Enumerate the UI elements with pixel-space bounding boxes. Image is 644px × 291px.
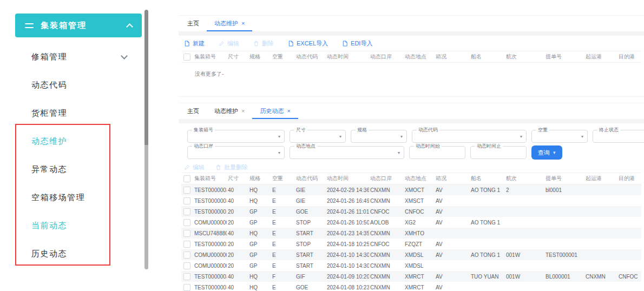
table-row[interactable]: MSCU7488803 40 HQ E START 2024-01-23 14:… xyxy=(181,228,641,239)
cell-dynamic-port: CNXMN xyxy=(369,249,404,260)
filter-label: 动态地点 xyxy=(294,143,317,149)
toolbar-bottom: 编辑 批量删除 xyxy=(179,162,644,173)
cell-dynamic-place: XMDSL xyxy=(404,260,435,271)
table-row[interactable]: TEST0000003 40 HQ E GIE 2024-02-29 14:36… xyxy=(181,184,641,196)
cell-box-condition: AV xyxy=(435,206,470,217)
dynamic-place-select[interactable]: 动态地点 ▾ xyxy=(290,146,404,159)
table-row[interactable]: TEST0000003 40 HQ E GIE 2024-01-26 16:49… xyxy=(181,195,641,206)
column-header: 航次 xyxy=(505,173,544,184)
sidebar-item-empty-box-transfer[interactable]: 空箱移场管理 xyxy=(15,183,142,211)
tab-home[interactable]: 主页 xyxy=(186,16,207,31)
cell-dynamic-port: CNXMN xyxy=(369,228,404,239)
dynamic-port-select[interactable]: 动态口岸 ▾ xyxy=(187,146,285,159)
table-row[interactable]: TEST0000002 20 GP E STOP 2024-01-18 10:2… xyxy=(181,239,641,249)
filter-form: 集装箱号 ▾ 尺寸 ▾ 规格 ▾ 动态代码 ▾ xyxy=(179,123,644,160)
row-checkbox[interactable] xyxy=(183,241,190,248)
empty-full-select[interactable]: 空重 ▾ xyxy=(531,130,588,143)
delete-button[interactable]: 删除 xyxy=(253,39,274,48)
batch-delete-button[interactable]: 批量删除 xyxy=(215,163,248,171)
row-checkbox[interactable] xyxy=(183,219,190,226)
dynamic-maintenance-table: 集装箱号 尺寸 规格 空重 动态代码 动态时间 动态口岸 动态地点 箱况 船名 … xyxy=(181,51,641,63)
query-button[interactable]: 查询 ▾ xyxy=(531,146,562,160)
table-row[interactable]: TEST0000001 20 GP E GOE 2024-01-26 11:01… xyxy=(181,206,641,217)
edi-import-button[interactable]: EDI导入 xyxy=(342,39,372,48)
sidebar-scrollbar[interactable] xyxy=(144,10,148,269)
select-all-checkbox[interactable] xyxy=(183,54,190,61)
cell-dynamic-port: CNXMN xyxy=(369,195,404,206)
close-icon[interactable]: × xyxy=(287,108,290,114)
sidebar-item-current-dynamics[interactable]: 当前动态 xyxy=(15,211,142,240)
edit-button[interactable]: 编辑 xyxy=(219,39,239,48)
cell-destination-port xyxy=(617,217,641,228)
table-row[interactable]: COMU0000003 20 GP E START 2024-01-10 14:… xyxy=(181,260,641,271)
tab-dynamic-maintenance[interactable]: 动态维护 × xyxy=(207,16,252,31)
close-icon[interactable]: × xyxy=(241,21,245,27)
cell-dynamic-code: GIE xyxy=(295,184,326,196)
column-header: 尺寸 xyxy=(227,51,248,63)
row-checkbox[interactable] xyxy=(183,197,190,204)
cell-origin-port xyxy=(584,228,617,239)
row-checkbox[interactable] xyxy=(183,262,190,269)
sidebar-item-abnormal-dynamics[interactable]: 异常动态 xyxy=(15,155,142,183)
cell-container-no: TEST0000003 xyxy=(193,195,227,206)
close-icon[interactable]: × xyxy=(241,108,245,114)
container-no-select[interactable]: 集装箱号 ▾ xyxy=(187,130,285,143)
table-row[interactable]: COMU0000003 20 GP E START 2024-01-10 14:… xyxy=(181,249,641,260)
cell-size: 40 xyxy=(227,184,248,196)
row-checkbox[interactable] xyxy=(183,273,190,280)
dynamic-code-select[interactable]: 动态代码 ▾ xyxy=(412,130,527,143)
end-status-select[interactable]: 终止状态 xyxy=(593,130,644,143)
table-row[interactable]: TEST0000003 40 HQ F GIF 2024-01-09 10:20… xyxy=(181,271,641,282)
cell-box-condition: AV xyxy=(435,195,470,206)
sidebar-item-history-dynamics[interactable]: 历史动态 xyxy=(15,240,142,268)
sidebar-item-dynamic-maintenance[interactable]: 动态维护 xyxy=(15,127,142,155)
row-checkbox[interactable] xyxy=(183,252,190,259)
new-button[interactable]: 新建 xyxy=(184,39,205,48)
edit-button[interactable]: 编辑 xyxy=(184,163,205,171)
document-icon xyxy=(288,41,294,47)
column-header: 空重 xyxy=(271,173,295,184)
column-header: 目的港 xyxy=(617,173,641,184)
sidebar-item-repair-management[interactable]: 修箱管理 xyxy=(15,43,142,71)
sidebar-header-container-management[interactable]: 集装箱管理 xyxy=(15,14,142,37)
cell-spec: GP xyxy=(248,239,271,249)
table-header-row: 集装箱号 尺寸 规格 空重 动态代码 动态时间 动态口岸 动态地点 箱况 船名 … xyxy=(181,51,641,63)
dynamic-time-from-input[interactable]: 动态时间始 xyxy=(409,146,465,159)
tab-home[interactable]: 主页 xyxy=(186,103,207,119)
dynamic-time-to-input[interactable]: 动态时间止 xyxy=(470,146,527,159)
cell-ship-name xyxy=(470,206,505,217)
cell-size: 20 xyxy=(227,249,248,260)
sidebar-item-dynamic-code[interactable]: 动态代码 xyxy=(15,71,142,99)
column-header: 动态时间 xyxy=(326,51,369,63)
sidebar-item-label: 动态维护 xyxy=(31,136,67,147)
cell-dynamic-time: 2024-02-29 14:36 xyxy=(326,184,369,196)
cell-ship-name: TUO YUAN xyxy=(470,271,505,282)
excel-import-button[interactable]: EXCEL导入 xyxy=(288,39,328,48)
row-checkbox[interactable] xyxy=(183,284,190,291)
tab-dynamic-maintenance[interactable]: 动态维护 × xyxy=(207,103,252,119)
cell-dynamic-time: 2024-01-26 11:01 xyxy=(326,206,369,217)
spec-select[interactable]: 规格 ▾ xyxy=(351,130,407,143)
column-header: 动态代码 xyxy=(295,51,326,63)
row-checkbox[interactable] xyxy=(183,187,190,194)
size-select[interactable]: 尺寸 ▾ xyxy=(290,130,346,143)
row-checkbox[interactable] xyxy=(183,208,190,215)
select-all-checkbox[interactable] xyxy=(183,175,190,182)
table-row[interactable]: COMU0000003 20 GP E STOP 2024-01-26 10:5… xyxy=(181,217,641,228)
row-checkbox[interactable] xyxy=(183,230,190,237)
table-row[interactable]: TEST0000003 40 HQ E GOE 2024-01-08 10:23… xyxy=(181,282,641,291)
sidebar-menu: 修箱管理 动态代码 货柜管理 动态维护 异常动态 空箱移场管理 当前动态 xyxy=(15,37,142,268)
sidebar-item-cargo-container-management[interactable]: 货柜管理 xyxy=(15,99,142,127)
cell-origin-port xyxy=(584,249,617,260)
cell-box-condition: AV xyxy=(435,184,470,196)
column-header: 动态时间 xyxy=(326,173,369,184)
cell-voyage xyxy=(505,239,544,249)
cell-origin-port xyxy=(584,260,617,271)
column-header: 尺寸 xyxy=(227,173,248,184)
tab-history-dynamics[interactable]: 历史动态 × xyxy=(252,103,298,119)
cell-empty-full: E xyxy=(271,228,295,239)
cell-origin-port xyxy=(584,206,617,217)
cell-ship-name: AO TONG 1 xyxy=(470,217,505,228)
column-header: 航次 xyxy=(505,51,544,63)
cell-origin-port xyxy=(584,282,617,291)
